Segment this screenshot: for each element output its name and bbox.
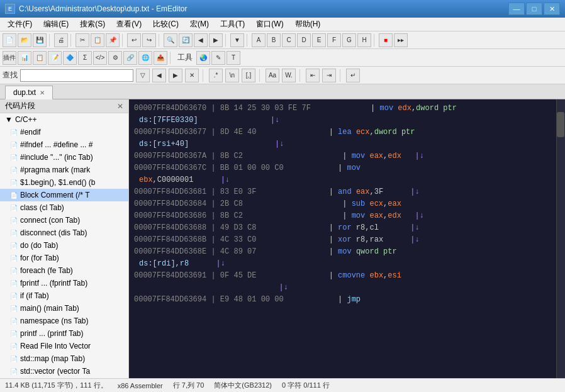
redo-button[interactable]: ↪ [142,33,156,47]
word-btn[interactable]: W. [282,69,296,82]
snippet-if[interactable]: 📄 if (if Tab) [0,289,128,302]
menu-macro[interactable]: 宏(M) [185,18,214,31]
replace-button[interactable]: 🔄 [179,33,193,47]
menu-tools[interactable]: 工具(T) [215,18,250,31]
btn-h[interactable]: H [357,33,371,47]
snippet-endif[interactable]: 📄 #endif [0,126,128,138]
open-button[interactable]: 📂 [18,33,31,47]
minimize-button[interactable]: — [508,3,525,15]
status-bar: 11.4 KB (11,715 字节)，111 行。 x86 Assembler… [0,378,565,392]
align-right[interactable]: ⇥ [322,69,336,82]
maximize-button[interactable]: □ [526,3,542,15]
menu-compare[interactable]: 比较(C) [148,18,184,31]
search-next-btn[interactable]: ▶ [169,69,182,82]
plugin-btn2[interactable]: 📊 [18,51,31,65]
filter-button[interactable]: ▼ [230,33,244,47]
search-prev-btn[interactable]: ◀ [152,69,166,82]
btn-c[interactable]: C [282,33,296,47]
menu-file[interactable]: 文件(F) [3,18,37,31]
snippet-label: #endif [20,128,41,137]
snippet-foreach[interactable]: 📄 foreach (fe Tab) [0,264,128,277]
menu-help[interactable]: 帮助(H) [290,18,326,31]
menu-search[interactable]: 搜索(S) [75,18,110,31]
vertical-scrollbar[interactable] [556,99,565,378]
save-button[interactable]: 💾 [33,33,47,47]
btn-d[interactable]: D [297,33,311,47]
btn-e[interactable]: E [312,33,326,47]
snippet-ifndef[interactable]: 📄 #ifndef ... #define ... # [0,138,128,151]
snippet-printf[interactable]: 📄 printf ... (printf Tab) [0,327,128,340]
code-editor[interactable]: 00007FF84DD63670 | 8B 14 25 30 03 FE 7F … [129,99,565,378]
btn-f[interactable]: F [327,33,341,47]
search-label: 查找 [3,70,18,81]
plugin-btn10[interactable]: 🌐 [138,51,152,65]
plugin-btn9[interactable]: 🔗 [123,51,137,65]
snippet-block-comment[interactable]: 📄 Block Comment (/* T [0,189,128,201]
tool-btn1[interactable]: 🌏 [196,51,210,65]
snippet-pragma[interactable]: 📄 #pragma mark (mark [0,164,128,176]
snippet-class[interactable]: 📄 class (cl Tab) [0,201,128,214]
plugin-btn8[interactable]: ⚙ [108,51,122,65]
snippet-read-file[interactable]: 📄 Read File Into Vector [0,340,128,352]
close-button[interactable]: ✕ [544,3,560,15]
btn-b[interactable]: B [267,33,281,47]
plugin-btn6[interactable]: Σ [78,51,92,65]
btn-g[interactable]: G [342,33,356,47]
more-button[interactable]: ▸▸ [394,33,408,47]
btn-a[interactable]: A [252,33,266,47]
snippet-disconnect[interactable]: 📄 disconnect (dis Tab) [0,227,128,239]
plugin-btn11[interactable]: 📤 [154,51,167,65]
sidebar-close-button[interactable]: ✕ [117,102,123,111]
search-input[interactable] [20,69,133,82]
instr-15: | cmovne ebx,esi [256,271,401,280]
align-left[interactable]: ⇤ [306,69,320,82]
regex-btn[interactable]: .* [209,69,223,82]
code-line-8: 00007FF84DD63681 | 83 E0 3F | and eax,3F… [129,186,565,198]
snippet-include[interactable]: 📄 #include "..." (inc Tab) [0,151,128,164]
snippet-map[interactable]: 📄 std::map (map Tab) [0,352,128,365]
plugin-btn1[interactable]: 插件 [3,51,16,65]
menu-window[interactable]: 窗口(W) [251,18,288,31]
tool-btn2[interactable]: ✎ [211,51,225,65]
find-button[interactable]: 🔍 [164,33,177,47]
bracket-btn[interactable]: [,] [242,69,255,82]
snippet-begin[interactable]: 📄 $1.begin(), $1.end() (b [0,176,128,189]
scrollbar-thumb[interactable] [557,112,564,137]
arrow-11: |↓ [379,223,420,232]
find-next[interactable]: ▶ [209,33,223,47]
snippet-main[interactable]: 📄 main() (main Tab) [0,302,128,315]
snippet-for[interactable]: 📄 for (for Tab) [0,252,128,264]
tool-btn3[interactable]: T [227,51,240,65]
print-button[interactable]: 🖨 [54,33,68,47]
snippet-namespace[interactable]: 📄 namespace (ns Tab) [0,315,128,327]
menu-view[interactable]: 查看(V) [111,18,147,31]
search-x[interactable]: ✕ [185,69,199,82]
menu-edit[interactable]: 编辑(E) [38,18,74,31]
snippet-label: printf ... (printf Tab) [20,329,83,338]
new-button[interactable]: 📄 [3,33,16,47]
file-icon: 📄 [10,305,18,312]
escape-btn[interactable]: \n [225,69,239,82]
snippet-do[interactable]: 📄 do (do Tab) [0,239,128,252]
undo-button[interactable]: ↩ [127,33,141,47]
search-down[interactable]: ▽ [136,69,150,82]
tree-root-cpp[interactable]: ▼ C/C++ [0,113,128,126]
copy-button[interactable]: 📋 [91,33,104,47]
plugin-btn3[interactable]: 📋 [33,51,47,65]
tab-dup[interactable]: dup.txt ✕ [5,86,53,99]
wrap-btn[interactable]: ↵ [346,69,360,82]
case-btn[interactable]: Aa [266,69,279,82]
paste-button[interactable]: 📌 [106,33,120,47]
plugin-btn4[interactable]: 📝 [48,51,62,65]
snippet-fprintf[interactable]: 📄 fprintf ... (fprintf Tab) [0,277,128,289]
plugin-btn7[interactable]: </> [93,51,107,65]
snippet-label: main() (main Tab) [20,304,79,313]
plugin-btn5[interactable]: 🔷 [63,51,77,65]
snippet-vector[interactable]: 📄 std::vector (vector Ta [0,365,128,378]
snippet-connect[interactable]: 📄 connect (con Tab) [0,214,128,227]
tab-close-icon[interactable]: ✕ [40,89,45,96]
stop-button[interactable]: ■ [379,33,393,47]
find-prev[interactable]: ◀ [194,33,208,47]
cut-button[interactable]: ✂ [76,33,89,47]
code-line-1: 00007FF84DD63670 | 8B 14 25 30 03 FE 7F … [129,102,565,114]
